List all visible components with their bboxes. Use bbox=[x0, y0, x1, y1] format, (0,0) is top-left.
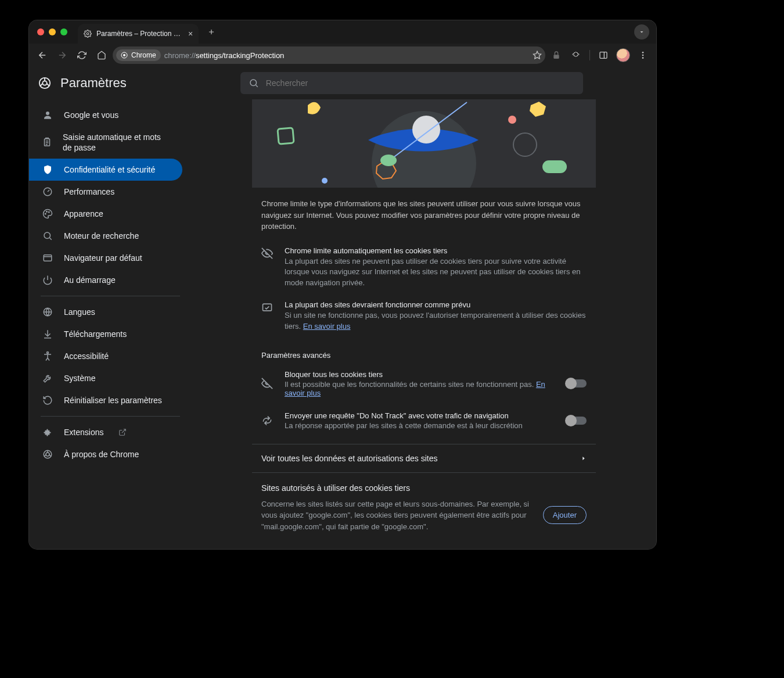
svg-point-0 bbox=[87, 33, 89, 35]
sidebar-item-default-browser[interactable]: Navigateur par défaut bbox=[29, 247, 182, 269]
settings-body: Paramètres Google et vous Saisie automat… bbox=[29, 67, 656, 549]
settings-header: Paramètres bbox=[29, 67, 656, 99]
sidebar-item-on-startup[interactable]: Au démarrage bbox=[29, 269, 182, 291]
svg-point-13 bbox=[46, 112, 49, 115]
sidebar-item-label: Google et vous bbox=[64, 110, 118, 120]
new-tab-button[interactable] bbox=[203, 24, 220, 40]
main-content: Chrome limite le type d'informations que… bbox=[192, 99, 656, 549]
sidebar-item-label: Performances bbox=[64, 187, 114, 196]
page-title: Paramètres bbox=[60, 76, 127, 91]
sidebar-item-label: Apparence bbox=[64, 209, 103, 218]
hero-illustration bbox=[252, 99, 596, 188]
settings-search-input[interactable] bbox=[265, 78, 575, 88]
menu-button[interactable] bbox=[634, 46, 652, 64]
sidebar-item-label: À propos de Chrome bbox=[64, 450, 139, 459]
url-origin-chip[interactable]: Chrome bbox=[116, 49, 161, 61]
power-icon bbox=[42, 275, 53, 285]
svg-rect-28 bbox=[278, 128, 294, 144]
browser-window-icon bbox=[42, 253, 53, 263]
sidebar-item-languages[interactable]: Langues bbox=[29, 301, 182, 323]
setting-desc: Il est possible que les fonctionnalités … bbox=[285, 380, 558, 397]
close-tab-button[interactable]: × bbox=[188, 29, 193, 38]
profile-avatar[interactable] bbox=[614, 46, 632, 64]
svg-rect-4 bbox=[553, 55, 559, 59]
learn-more-link[interactable]: En savoir plus bbox=[303, 322, 351, 331]
svg-point-29 bbox=[322, 178, 328, 184]
tab-search-button[interactable] bbox=[634, 24, 649, 40]
tab-title: Paramètres – Protection cont bbox=[96, 30, 184, 38]
reload-button[interactable] bbox=[73, 46, 91, 64]
svg-point-19 bbox=[44, 232, 51, 239]
sidebar-item-label: Téléchargements bbox=[64, 329, 127, 339]
sidebar-item-label: Accessibilité bbox=[64, 351, 109, 361]
svg-point-32 bbox=[513, 133, 537, 156]
do-not-track-toggle[interactable] bbox=[567, 417, 587, 425]
sidebar-divider bbox=[41, 296, 180, 296]
extensions-button[interactable] bbox=[567, 46, 585, 64]
window-controls bbox=[34, 28, 73, 35]
chrome-icon bbox=[42, 449, 53, 460]
sidebar-item-appearance[interactable]: Apparence bbox=[29, 203, 182, 225]
sidebar-item-extensions[interactable]: Extensions bbox=[29, 421, 182, 443]
shield-icon bbox=[42, 164, 53, 175]
svg-point-31 bbox=[508, 116, 516, 124]
block-all-cookies-toggle[interactable] bbox=[567, 379, 587, 388]
chrome-logo-icon bbox=[38, 77, 51, 89]
lock-extension-icon[interactable] bbox=[548, 46, 565, 64]
sidebar-item-downloads[interactable]: Téléchargements bbox=[29, 323, 182, 345]
setting-title: Envoyer une requête "Do Not Track" avec … bbox=[285, 411, 558, 420]
search-icon bbox=[249, 78, 259, 88]
home-button[interactable] bbox=[93, 46, 110, 64]
sidebar-item-privacy-security[interactable]: Confidentialité et sécurité bbox=[29, 159, 182, 181]
svg-point-26 bbox=[412, 116, 440, 144]
svg-point-7 bbox=[642, 52, 644, 53]
settings-icon bbox=[84, 30, 92, 38]
browser-tab[interactable]: Paramètres – Protection cont × bbox=[78, 24, 199, 44]
forward-button[interactable] bbox=[53, 46, 71, 64]
speedometer-icon bbox=[42, 186, 53, 197]
sidebar-item-label: Navigateur par défaut bbox=[64, 253, 142, 263]
advanced-section-label: Paramètres avancés bbox=[252, 338, 596, 363]
sidebar-item-label: Au démarrage bbox=[64, 275, 116, 285]
settings-search[interactable] bbox=[240, 72, 583, 94]
browser-window: Paramètres – Protection cont × Chrome ch… bbox=[29, 20, 656, 549]
minimize-window-button[interactable] bbox=[49, 28, 56, 35]
sidebar-divider bbox=[41, 416, 180, 417]
sidebar-item-system[interactable]: Système bbox=[29, 367, 182, 389]
sidebar-item-google-and-you[interactable]: Google et vous bbox=[29, 104, 182, 126]
eye-off-icon bbox=[261, 378, 275, 389]
see-all-site-data-row[interactable]: Voir toutes les données et autorisations… bbox=[252, 444, 596, 473]
svg-rect-5 bbox=[600, 52, 607, 59]
back-button[interactable] bbox=[34, 46, 51, 64]
eye-off-icon bbox=[261, 246, 275, 289]
sidebar-item-about[interactable]: À propos de Chrome bbox=[29, 443, 182, 465]
svg-point-9 bbox=[642, 57, 644, 59]
setting-desc: La réponse apportée par les sites à cett… bbox=[285, 421, 558, 430]
sidebar-item-reset[interactable]: Réinitialiser les paramètres bbox=[29, 389, 182, 411]
toolbar: Chrome chrome://settings/trackingProtect… bbox=[29, 44, 656, 67]
svg-rect-20 bbox=[44, 255, 52, 261]
bookmark-star-icon[interactable] bbox=[533, 51, 542, 60]
info-title: La plupart des sites devraient fonctionn… bbox=[285, 300, 587, 309]
side-panel-button[interactable] bbox=[595, 46, 612, 64]
redirect-icon bbox=[261, 415, 275, 426]
svg-rect-34 bbox=[263, 304, 272, 311]
maximize-window-button[interactable] bbox=[60, 28, 67, 35]
add-site-button[interactable]: Ajouter bbox=[543, 506, 587, 524]
info-desc: Si un site ne fonctionne pas, vous pouve… bbox=[285, 310, 587, 332]
setting-title: Bloquer tous les cookies tiers bbox=[285, 370, 558, 379]
svg-point-11 bbox=[42, 81, 46, 85]
sidebar-item-label: Réinitialiser les paramètres bbox=[64, 396, 162, 405]
sidebar-item-autofill[interactable]: Saisie automatique et mots de passe bbox=[29, 126, 182, 159]
url-chip-label: Chrome bbox=[131, 51, 156, 59]
sidebar-item-label: Saisie automatique et mots de passe bbox=[63, 132, 170, 153]
url-bar[interactable]: Chrome chrome://settings/trackingProtect… bbox=[113, 46, 545, 64]
url-text: chrome://settings/trackingProtection bbox=[164, 51, 285, 60]
sidebar-item-performance[interactable]: Performances bbox=[29, 181, 182, 203]
info-sites-should-work: La plupart des sites devraient fonctionn… bbox=[252, 295, 596, 338]
setting-do-not-track: Envoyer une requête "Do Not Track" avec … bbox=[252, 404, 596, 437]
close-window-button[interactable] bbox=[37, 28, 44, 35]
sidebar-item-search-engine[interactable]: Moteur de recherche bbox=[29, 225, 182, 247]
sidebar-item-label: Système bbox=[64, 374, 95, 383]
sidebar-item-accessibility[interactable]: Accessibilité bbox=[29, 345, 182, 367]
